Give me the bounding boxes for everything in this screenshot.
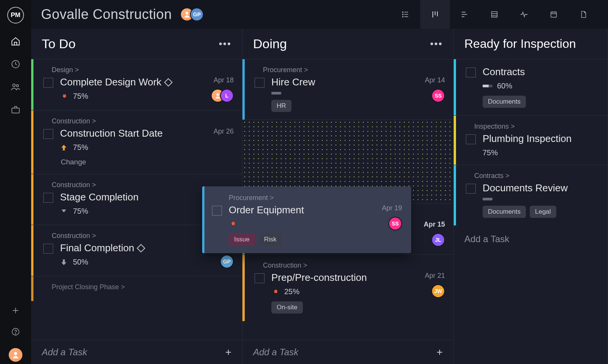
card-stripe bbox=[454, 165, 456, 225]
tag[interactable]: On-site bbox=[271, 301, 303, 314]
gantt-view-icon[interactable] bbox=[450, 0, 480, 29]
task-card[interactable]: Contracts 60% Documents bbox=[454, 59, 608, 115]
avatar[interactable]: JL bbox=[431, 233, 445, 247]
tag[interactable]: Issue bbox=[229, 233, 255, 246]
card-breadcrumb[interactable]: Procurement > bbox=[209, 194, 402, 202]
avatar[interactable]: GP bbox=[220, 255, 234, 268]
card-checkbox[interactable] bbox=[43, 129, 53, 139]
card-avatars[interactable]: SS bbox=[388, 217, 402, 230]
avatar[interactable]: SS bbox=[388, 217, 402, 230]
card-breadcrumb[interactable]: Construction > bbox=[43, 117, 234, 125]
svg-rect-12 bbox=[551, 12, 557, 17]
card-breadcrumb[interactable]: Construction > bbox=[255, 262, 445, 269]
card-checkbox[interactable] bbox=[212, 206, 222, 216]
dragging-card[interactable]: Procurement > Order Equipment Issue Risk bbox=[202, 186, 411, 253]
add-icon[interactable] bbox=[11, 306, 21, 315]
percent-text: 75% bbox=[73, 143, 88, 152]
task-card[interactable]: Construction > Construction Start Date 7… bbox=[31, 110, 242, 174]
task-card[interactable]: Inspections > Plumbing Inspection 75% bbox=[454, 115, 608, 165]
progress-bar-icon bbox=[271, 92, 281, 95]
card-breadcrumb[interactable]: Procurement > bbox=[255, 66, 445, 74]
user-avatar[interactable] bbox=[9, 348, 22, 362]
add-task-button[interactable]: Add a Task bbox=[454, 225, 608, 253]
project-title: Govalle Construction bbox=[41, 6, 172, 22]
svg-point-8 bbox=[402, 12, 403, 13]
tag[interactable]: Documents bbox=[483, 206, 526, 218]
tag[interactable]: Legal bbox=[530, 206, 556, 218]
project-members[interactable]: GP bbox=[180, 8, 204, 21]
card-checkbox[interactable] bbox=[43, 244, 53, 254]
board: To Do ••• Design > Complete Design Work bbox=[31, 29, 608, 364]
board-view-icon[interactable] bbox=[420, 0, 450, 29]
task-card[interactable]: Project Closing Phase > bbox=[31, 276, 242, 301]
task-card[interactable]: Design > Complete Design Work bbox=[31, 59, 242, 110]
column-menu-icon[interactable]: ••• bbox=[219, 38, 231, 50]
tag[interactable]: HR bbox=[271, 100, 291, 112]
avatar[interactable]: L bbox=[220, 89, 234, 102]
card-checkbox[interactable] bbox=[466, 68, 476, 77]
card-avatars[interactable]: SS bbox=[431, 89, 445, 102]
briefcase-icon[interactable] bbox=[11, 105, 21, 115]
percent-text: 75% bbox=[73, 207, 88, 216]
main: Govalle Construction GP bbox=[31, 0, 608, 364]
column-title: Doing bbox=[253, 36, 287, 51]
card-checkbox[interactable] bbox=[255, 78, 264, 88]
people-icon[interactable] bbox=[11, 82, 21, 92]
card-avatars[interactable]: JW bbox=[431, 284, 445, 298]
card-checkbox[interactable] bbox=[466, 134, 476, 144]
app-logo[interactable]: PM bbox=[7, 7, 24, 24]
card-stripe bbox=[454, 116, 456, 165]
task-card[interactable]: Procurement > Hire Crew HR bbox=[242, 59, 453, 120]
task-card[interactable]: Contracts > Documents Review Documents bbox=[454, 165, 608, 225]
card-breadcrumb[interactable]: Contracts > bbox=[466, 172, 599, 180]
column-menu-icon[interactable]: ••• bbox=[430, 38, 443, 50]
card-date: Apr 21 bbox=[425, 272, 445, 280]
tag[interactable]: Risk bbox=[259, 233, 282, 246]
card-title: Hire Crew bbox=[271, 76, 411, 88]
card-stripe bbox=[31, 110, 33, 174]
activity-view-icon[interactable] bbox=[509, 0, 539, 29]
header: Govalle Construction GP bbox=[31, 0, 608, 29]
files-view-icon[interactable] bbox=[568, 0, 598, 29]
task-card[interactable]: Construction > Prep/Pre-construction 25% bbox=[242, 254, 453, 321]
card-title: Stage Completion bbox=[60, 191, 200, 203]
column-header: Doing ••• bbox=[242, 29, 453, 59]
card-avatars[interactable]: L bbox=[211, 89, 234, 102]
calendar-view-icon[interactable] bbox=[539, 0, 568, 29]
avatar[interactable]: GP bbox=[190, 8, 204, 21]
svg-point-1 bbox=[13, 84, 15, 87]
list-view-icon[interactable] bbox=[391, 0, 420, 29]
card-breadcrumb[interactable]: Inspections > bbox=[466, 123, 599, 131]
svg-rect-11 bbox=[492, 12, 497, 17]
sidebar: PM bbox=[0, 0, 31, 364]
card-stripe bbox=[31, 225, 33, 276]
card-checkbox[interactable] bbox=[255, 273, 264, 283]
sheet-view-icon[interactable] bbox=[480, 0, 509, 29]
column-ready: Ready for Inspection Contracts 60% bbox=[454, 29, 608, 364]
card-checkbox[interactable] bbox=[43, 78, 53, 88]
avatar[interactable]: JW bbox=[431, 284, 445, 298]
flame-icon bbox=[229, 220, 237, 228]
avatar[interactable]: SS bbox=[431, 89, 445, 102]
column-title: To Do bbox=[42, 36, 76, 51]
help-icon[interactable] bbox=[11, 327, 21, 337]
column-header: To Do ••• bbox=[31, 29, 242, 59]
card-checkbox[interactable] bbox=[43, 193, 53, 203]
card-stripe bbox=[31, 59, 33, 110]
tag[interactable]: Documents bbox=[483, 96, 526, 108]
add-task-button[interactable]: Add a Task + bbox=[31, 340, 242, 364]
add-task-button[interactable]: Add a Task + bbox=[242, 340, 453, 364]
home-icon[interactable] bbox=[11, 36, 21, 46]
card-note: Change bbox=[60, 158, 200, 166]
card-breadcrumb[interactable]: Project Closing Phase > bbox=[43, 283, 234, 291]
recent-icon[interactable] bbox=[11, 59, 21, 69]
card-date: Apr 18 bbox=[214, 76, 234, 84]
column-header: Ready for Inspection bbox=[454, 29, 608, 59]
percent-text: 75% bbox=[483, 148, 498, 157]
card-avatars[interactable]: GP bbox=[220, 255, 234, 268]
card-breadcrumb[interactable]: Design > bbox=[43, 66, 234, 74]
caret-down-icon bbox=[60, 207, 68, 216]
card-avatars[interactable]: JL bbox=[431, 233, 445, 247]
card-checkbox[interactable] bbox=[466, 184, 476, 194]
arrow-up-icon bbox=[60, 143, 68, 152]
